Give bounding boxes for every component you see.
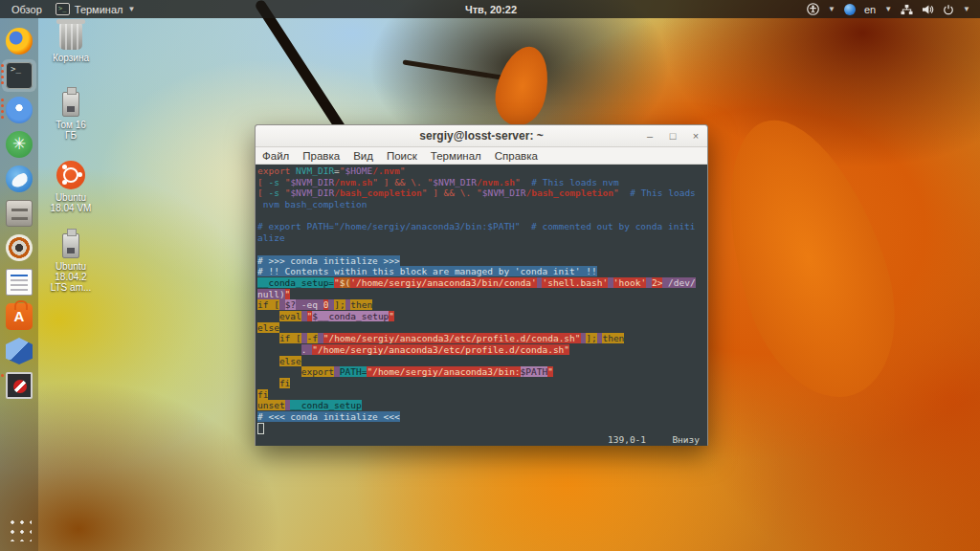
terminal-line: eval "$__conda_setup" (257, 311, 707, 322)
code-segment: fi (257, 389, 268, 400)
terminal-line: nvm bash_completion (257, 199, 707, 210)
menu-item[interactable]: Поиск (380, 150, 424, 162)
dock-item-anaconda[interactable]: ✳ (0, 130, 38, 163)
dock-item-restricted[interactable] (0, 371, 38, 404)
clock[interactable]: Чтв, 20:22 (465, 4, 517, 15)
code-segment: " (400, 165, 406, 176)
desktop-icon-usb2[interactable]: Ubuntu18.04.2LTS am... (40, 233, 101, 293)
dock-item-virtualbox[interactable] (0, 337, 38, 369)
terminal-line: else (257, 356, 707, 367)
terminal-cursor (257, 423, 264, 434)
keyboard-layout[interactable]: en (864, 4, 876, 15)
show-applications-button[interactable] (7, 517, 32, 541)
code-segment: then (350, 299, 372, 310)
anaconda-navigator-icon: ✳ (6, 131, 33, 158)
dock-item-writer[interactable] (0, 268, 38, 300)
code-segment (257, 366, 301, 377)
menu-item[interactable]: Файл (256, 150, 296, 162)
dock-item-files[interactable] (0, 199, 38, 231)
blue-indicator-icon[interactable] (844, 4, 856, 15)
code-segment: /nvm.sh (477, 177, 515, 187)
code-segment: # This loads (630, 187, 696, 198)
code-segment: NVM_DIR (296, 165, 334, 176)
terminal-icon: >_ (6, 62, 33, 89)
maximize-button[interactable]: □ (667, 130, 679, 142)
desktop-icon-ubuntu-vm[interactable]: Ubuntu18.04 VM (40, 161, 101, 213)
chevron-down-icon: ▼ (963, 5, 970, 13)
code-segment (279, 299, 285, 310)
terminal-line (257, 210, 707, 222)
terminal-line: [ -s "$NVM_DIR/bash_completion" ] && \. … (257, 187, 707, 199)
terminal-line: unset __conda_setup (257, 400, 707, 411)
dock-item-rhythmbox[interactable] (0, 233, 38, 266)
code-segment: alize (257, 232, 285, 243)
power-icon[interactable] (943, 4, 954, 15)
code-segment: -f (307, 333, 318, 343)
dock-item-chromium[interactable] (0, 96, 38, 128)
minimize-button[interactable]: – (644, 130, 656, 142)
window-titlebar[interactable]: sergiy@losst-server: ~ –□× (256, 125, 707, 147)
code-segment: $( (340, 277, 350, 288)
dock-item-software[interactable]: A (0, 302, 38, 335)
code-segment: nvm bash_completion (257, 199, 367, 209)
code-segment: \. (460, 187, 471, 198)
menu-item[interactable]: Правка (296, 150, 346, 162)
terminal-line: # export PATH="/home/sergiy/anaconda3/bi… (257, 221, 707, 232)
code-segment: PATH= (340, 366, 368, 377)
terminal-line: else (257, 322, 707, 334)
terminal-line: fi (257, 389, 707, 401)
terminal-window: sergiy@losst-server: ~ –□× ФайлПравкаВид… (255, 124, 708, 446)
menu-item[interactable]: Вид (346, 150, 380, 162)
top-bar: Обзор >_ Терминал ▼ Чтв, 20:22 ▼ en ▼ ▼ (0, 0, 980, 18)
desktop-icon-label: LTS am... (40, 282, 101, 293)
code-segment: -s (268, 187, 278, 198)
window-title: sergiy@losst-server: ~ (256, 129, 707, 143)
terminal-screen[interactable]: export NVM_DIR="$HOME/.nvm"[ -s "$NVM_DI… (256, 165, 707, 446)
running-indicator-dots (1, 99, 4, 119)
code-segment: if [ (257, 299, 279, 310)
code-segment: /.nvm (372, 165, 400, 176)
code-segment (257, 378, 279, 388)
dock-item-firefox[interactable] (0, 27, 38, 59)
restricted-app-icon (6, 372, 33, 399)
code-segment (521, 177, 531, 187)
accessibility-icon[interactable] (807, 3, 819, 15)
autumn-leaf (696, 99, 921, 417)
code-segment: ]; (334, 299, 345, 310)
desktop-icon-trash[interactable]: Корзина (40, 23, 101, 63)
libreoffice-writer-icon (6, 269, 33, 296)
terminal-line: # <<< conda initialize <<< (257, 411, 707, 423)
dock-item-thunderbird[interactable] (0, 165, 38, 197)
menu-item[interactable]: Справка (488, 150, 545, 162)
terminal-line (257, 244, 707, 255)
code-segment: null) (257, 289, 285, 299)
code-segment: " (547, 366, 553, 377)
code-segment: ]; (586, 333, 596, 343)
dock-item-terminal[interactable]: >_ (0, 61, 38, 94)
menu-item[interactable]: Терминал (424, 150, 488, 162)
code-segment: $HOME (345, 165, 373, 176)
activities-button[interactable]: Обзор (11, 4, 42, 15)
code-segment: && (394, 177, 405, 187)
desktop-icon-usb[interactable]: Том 16ГБ (40, 92, 101, 141)
virtualbox-icon (6, 338, 33, 364)
terminal-line: . "/home/sergiy/anaconda3/etc/profile.d/… (257, 344, 707, 356)
volume-icon[interactable] (922, 4, 934, 15)
code-segment: /bash_completion (525, 187, 613, 198)
running-indicator-dots (1, 64, 4, 84)
desktop-icon-label: ГБ (40, 130, 101, 141)
code-segment: # export PATH="/home/sergiy/anaconda3/bi… (257, 221, 696, 231)
code-segment: && (444, 187, 455, 198)
code-segment (619, 187, 630, 198)
close-button[interactable]: × (690, 130, 702, 142)
network-icon[interactable] (901, 4, 913, 15)
terminal-line: null)" (257, 289, 707, 300)
terminal-line: # >>> conda initialize >>> (257, 255, 707, 267)
app-menu[interactable]: >_ Терминал ▼ (56, 3, 136, 15)
app-menu-label: Терминал (75, 4, 123, 15)
code-segment: /dev/ (662, 277, 695, 288)
code-segment (318, 333, 323, 343)
vim-ruler: 139,0-1 (608, 434, 646, 446)
chevron-down-icon: ▼ (828, 5, 835, 13)
code-segment: export (301, 366, 334, 377)
